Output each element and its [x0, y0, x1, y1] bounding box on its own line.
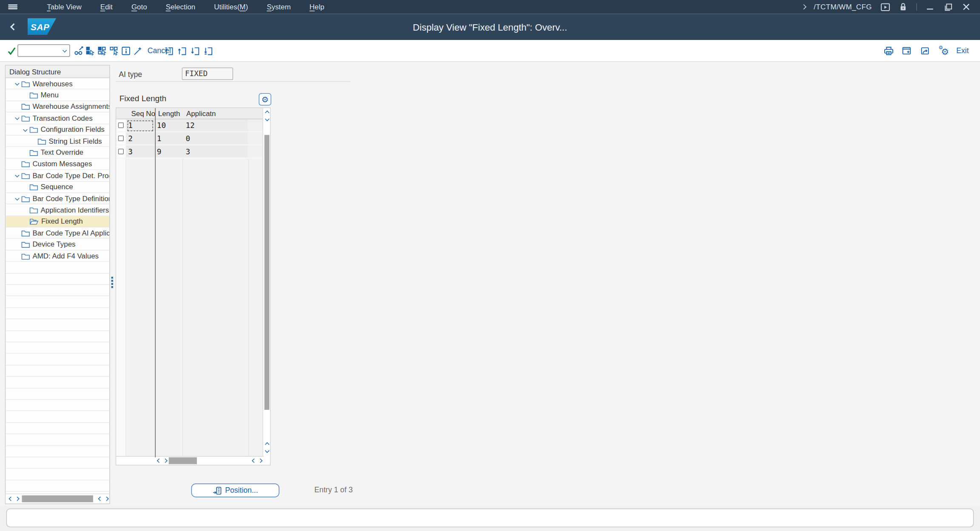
tree-item-bar-code-type-definition[interactable]: Bar Code Type Definition: [6, 193, 109, 204]
print-icon[interactable]: [884, 44, 895, 57]
tree-item-string-list-fields[interactable]: String List Fields: [6, 136, 109, 147]
menu-item-help[interactable]: Help: [310, 3, 325, 11]
close-icon[interactable]: [961, 2, 971, 12]
tree-item-bar-code-type-det-procs[interactable]: Bar Code Type Det. Procs.: [6, 170, 109, 182]
tree-item-application-identifiers[interactable]: Application Identifiers: [6, 204, 109, 216]
scrollbar-thumb[interactable]: [22, 495, 93, 502]
tree-item-fixed-length[interactable]: Fixed Length: [6, 216, 109, 227]
table-row[interactable]: 11012: [116, 119, 264, 133]
scrollbar-thumb[interactable]: [265, 135, 270, 410]
exit-button[interactable]: Exit: [956, 46, 969, 55]
scroll-down-icon[interactable]: [264, 116, 270, 122]
menu-item-table-view[interactable]: Table View: [47, 3, 81, 11]
chevron-down-icon[interactable]: [13, 197, 21, 200]
row-select-cell[interactable]: [116, 133, 126, 146]
scroll-left-icon[interactable]: [97, 494, 103, 503]
first-page-icon[interactable]: [164, 44, 174, 57]
create-shortcut-icon[interactable]: [920, 44, 931, 57]
table-settings-button[interactable]: ⚙: [259, 93, 271, 105]
tree-item-amd-add-f4-values[interactable]: AMD: Add F4 Values: [6, 250, 109, 262]
deselect-all-icon[interactable]: [109, 44, 120, 57]
info-icon[interactable]: [121, 44, 131, 57]
scroll-right-icon[interactable]: [103, 494, 109, 503]
scroll-up-icon[interactable]: [264, 110, 270, 116]
column-header-length[interactable]: Length: [158, 108, 180, 119]
row-checkbox[interactable]: [118, 122, 124, 128]
menu-item-system[interactable]: System: [267, 3, 291, 11]
chevron-right-icon[interactable]: [801, 4, 806, 9]
chevron-down-icon[interactable]: [63, 48, 67, 52]
previous-page-icon[interactable]: [177, 44, 188, 57]
tree-item-sequence[interactable]: Sequence: [6, 182, 109, 193]
row-select-cell[interactable]: [116, 119, 126, 133]
restore-icon[interactable]: [943, 2, 953, 12]
last-page-icon[interactable]: [203, 44, 214, 57]
table-vertical-scrollbar[interactable]: [262, 108, 270, 465]
cell-length[interactable]: 1: [154, 133, 182, 146]
new-session-icon[interactable]: [902, 44, 912, 57]
select-block-icon[interactable]: [97, 44, 108, 57]
cell-seqno[interactable]: 2: [126, 133, 154, 146]
tree-item-warehouses[interactable]: Warehouses: [6, 78, 109, 90]
tree-item-device-types[interactable]: Device Types: [6, 239, 109, 250]
cell-length[interactable]: 10: [154, 119, 182, 133]
tree-item-bar-code-type-ai-applicatio[interactable]: Bar Code Type AI Applicatio: [6, 227, 109, 239]
position-button[interactable]: Position...: [191, 483, 279, 497]
row-select-cell[interactable]: [116, 145, 126, 159]
minimize-icon[interactable]: [925, 2, 935, 12]
scroll-left-icon[interactable]: [156, 456, 162, 464]
command-field-input[interactable]: [18, 45, 62, 56]
column-header-applicatn[interactable]: Applicatn: [186, 108, 216, 119]
cell-applicatn[interactable]: 12: [182, 119, 248, 133]
cell-applicatn[interactable]: 0: [182, 133, 248, 146]
cell-seqno[interactable]: 1: [126, 119, 154, 133]
settings-gears-icon[interactable]: ⚙⚙: [938, 44, 949, 57]
cell-seqno[interactable]: 3: [126, 145, 154, 159]
tree-item-custom-messages[interactable]: Custom Messages: [6, 159, 109, 170]
column-header-seqno[interactable]: Seq No: [131, 108, 155, 119]
command-field[interactable]: [17, 44, 70, 57]
chevron-down-icon[interactable]: [13, 82, 21, 85]
row-checkbox[interactable]: [118, 136, 124, 141]
cell-applicatn[interactable]: 3: [182, 145, 248, 159]
display-change-icon[interactable]: [73, 44, 84, 57]
scrollbar-thumb[interactable]: [169, 457, 197, 464]
cell-length[interactable]: 9: [154, 145, 182, 159]
menu-item-edit[interactable]: Edit: [100, 3, 113, 11]
scroll-right-icon[interactable]: [257, 456, 263, 464]
tree-item-transaction-codes[interactable]: Transaction Codes: [6, 113, 109, 124]
scroll-up-icon[interactable]: [264, 442, 270, 447]
scroll-left-icon[interactable]: [251, 456, 257, 464]
column-divider[interactable]: [155, 108, 155, 457]
tree-empty-row: [6, 423, 109, 434]
customizing-wand-icon[interactable]: [133, 44, 143, 57]
status-message-field[interactable]: [6, 508, 974, 527]
next-page-icon[interactable]: [190, 44, 201, 57]
menu-item-utilities-m[interactable]: Utilities(M): [214, 3, 248, 11]
scroll-down-icon[interactable]: [264, 448, 270, 454]
tree-horizontal-scrollbar[interactable]: [6, 494, 109, 504]
table-row[interactable]: 210: [116, 133, 264, 146]
chevron-down-icon[interactable]: [13, 174, 21, 177]
tree-item-menu[interactable]: Menu: [6, 90, 109, 101]
row-checkbox[interactable]: [118, 149, 124, 154]
hamburger-menu-icon[interactable]: [0, 3, 25, 11]
menu-item-selection[interactable]: Selection: [166, 3, 196, 11]
gui-services-icon[interactable]: [880, 2, 890, 12]
table-horizontal-scrollbar[interactable]: [116, 456, 264, 465]
enter-check-icon[interactable]: [6, 44, 17, 57]
tree-item-text-override[interactable]: Text Override: [6, 147, 109, 159]
scroll-left-icon[interactable]: [8, 494, 14, 503]
folder-icon: [29, 206, 38, 214]
scroll-right-icon[interactable]: [14, 494, 20, 503]
tree-item-configuration-fields[interactable]: Configuration Fields: [6, 124, 109, 136]
select-all-icon[interactable]: [85, 44, 96, 57]
menu-item-goto[interactable]: Goto: [131, 3, 147, 11]
chevron-down-icon[interactable]: [21, 128, 29, 131]
tree-item-warehouse-assignments[interactable]: Warehouse Assignments: [6, 101, 109, 113]
scroll-right-icon[interactable]: [162, 456, 168, 464]
chevron-down-icon[interactable]: [13, 116, 21, 119]
table-row[interactable]: 393: [116, 145, 264, 159]
tree-empty-row: [6, 446, 109, 457]
panel-splitter-handle[interactable]: [111, 277, 113, 288]
